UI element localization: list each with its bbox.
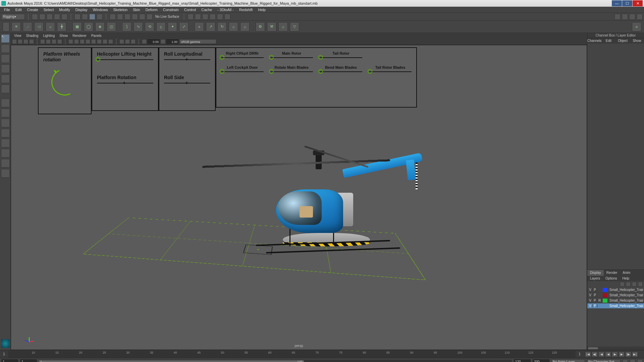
ipr-render-icon[interactable] bbox=[195, 14, 201, 20]
shelf-control-icon[interactable]: ╋ bbox=[57, 22, 66, 32]
slider-left-cockpit-door[interactable] bbox=[221, 71, 264, 72]
vp-gate-icon[interactable] bbox=[40, 39, 45, 44]
menu-windows[interactable]: Windows bbox=[90, 8, 111, 12]
shelf-handle-icon[interactable]: ⤢ bbox=[179, 22, 189, 32]
layer-row[interactable]: VPRSmall_Helicopter_Training_M bbox=[587, 298, 644, 303]
save-scene-icon[interactable] bbox=[47, 14, 53, 20]
tool-settings-icon[interactable] bbox=[629, 14, 635, 20]
snap-plane-icon[interactable] bbox=[132, 14, 138, 20]
step-fwd-button[interactable]: ▶ bbox=[619, 352, 625, 357]
menu-control[interactable]: Control bbox=[181, 8, 199, 12]
move-tool-icon[interactable] bbox=[1, 64, 10, 73]
shelf-orient-constraint-icon[interactable]: ↻ bbox=[217, 22, 227, 32]
vp-exposure-value[interactable]: 0.00 bbox=[148, 39, 160, 44]
vp-lights-icon[interactable] bbox=[86, 39, 90, 44]
anim-layer-dropdown[interactable]: No Anim Layer bbox=[551, 359, 585, 362]
vp-bookmark-icon[interactable] bbox=[18, 39, 22, 44]
vp-menu-lighting[interactable]: Lighting bbox=[41, 34, 57, 38]
vp-xray-joints-icon[interactable] bbox=[131, 39, 136, 44]
layer-tab-display[interactable]: Display bbox=[587, 270, 604, 276]
menu-modify[interactable]: Modify bbox=[56, 8, 72, 12]
layer-row[interactable]: VPSmall_Helicopter_Training_M bbox=[587, 303, 644, 309]
attribute-editor-icon[interactable] bbox=[622, 14, 628, 20]
undo-icon[interactable] bbox=[54, 14, 60, 20]
range-start2-field[interactable]: 1 bbox=[20, 359, 37, 362]
helicopter-model[interactable] bbox=[263, 149, 424, 263]
range-slider[interactable]: 1120 bbox=[39, 360, 512, 362]
layer-new-empty-icon[interactable] bbox=[632, 282, 637, 287]
vp-image-icon[interactable] bbox=[23, 39, 28, 44]
layer-move-down-icon[interactable] bbox=[626, 282, 631, 287]
slider-roll-long[interactable]: + bbox=[164, 59, 210, 60]
layer-new-selected-icon[interactable] bbox=[638, 282, 643, 287]
render-frame-icon[interactable] bbox=[187, 14, 194, 20]
vp-gamma-value[interactable]: 1.00 bbox=[166, 39, 178, 44]
maximize-button[interactable]: ☐ bbox=[622, 0, 632, 6]
slider-rotate-main-blades[interactable] bbox=[270, 71, 313, 72]
menu-create[interactable]: Create bbox=[24, 8, 41, 12]
layer-menu-options[interactable]: Options bbox=[603, 276, 620, 281]
shelf-wrap-icon[interactable]: ◯ bbox=[84, 22, 93, 32]
vp-menu-show[interactable]: Show bbox=[57, 34, 70, 38]
shelf-joint-icon[interactable]: ✳ bbox=[11, 22, 21, 32]
snap-curve-icon[interactable] bbox=[117, 14, 123, 20]
shelf-tab-selector[interactable] bbox=[3, 22, 9, 32]
menu-redshift[interactable]: Redshift bbox=[236, 8, 255, 12]
shelf-mirror-icon[interactable]: ⟲ bbox=[145, 22, 154, 32]
panel-layout-icon[interactable] bbox=[614, 14, 621, 20]
vp-gamma-icon[interactable] bbox=[161, 39, 165, 44]
select-tool-icon[interactable] bbox=[97, 14, 103, 20]
range-total-field[interactable]: 200 bbox=[533, 359, 549, 362]
shelf-expression-icon[interactable]: ⌂ bbox=[278, 22, 288, 32]
step-back-button[interactable]: ◀ bbox=[598, 352, 604, 357]
select-mode-icon[interactable] bbox=[74, 14, 80, 20]
vp-menu-panels[interactable]: Panels bbox=[89, 34, 104, 38]
slider-tail-rotor[interactable] bbox=[320, 57, 362, 58]
shelf-set-driven-icon[interactable]: ⚙ bbox=[256, 22, 265, 32]
vp-resolution-icon[interactable] bbox=[46, 39, 51, 44]
redo-icon[interactable] bbox=[61, 14, 67, 20]
vp-safe-icon[interactable] bbox=[52, 39, 56, 44]
lasso-tool-icon[interactable] bbox=[1, 44, 10, 53]
menu-help[interactable]: Help bbox=[255, 8, 268, 12]
menu-deform[interactable]: Deform bbox=[143, 8, 160, 12]
new-scene-icon[interactable] bbox=[32, 14, 38, 20]
channel-tab-channels[interactable]: Channels bbox=[587, 38, 601, 44]
shelf-ik-icon[interactable]: ⟋ bbox=[23, 22, 32, 32]
workspace-dropdown[interactable]: Rigging ▾ bbox=[1, 14, 25, 20]
layer-menu-help[interactable]: Help bbox=[620, 276, 632, 281]
channel-tab-object[interactable]: Object bbox=[616, 38, 630, 44]
vp-exposure-icon[interactable] bbox=[142, 39, 147, 44]
snap-point-icon[interactable] bbox=[124, 14, 130, 20]
range-start-field[interactable]: 1 bbox=[1, 359, 18, 362]
character-set-dropdown[interactable]: No Character Set bbox=[587, 359, 621, 362]
slider-tail-rotor-blades[interactable] bbox=[369, 71, 412, 72]
rotation-arrow-icon[interactable] bbox=[48, 65, 82, 100]
render-view-icon[interactable] bbox=[210, 14, 216, 20]
range-end-field[interactable]: 120 bbox=[514, 359, 531, 362]
shelf-parent-constraint-icon[interactable]: ⌂ bbox=[229, 22, 238, 32]
channel-box-icon[interactable] bbox=[637, 14, 643, 20]
rotate-tool-icon[interactable] bbox=[1, 74, 10, 83]
snap-grid-icon[interactable] bbox=[110, 14, 116, 20]
shelf-connection-icon[interactable]: ⚒ bbox=[267, 22, 276, 32]
menu-skeleton[interactable]: Skeleton bbox=[110, 8, 130, 12]
menu-display[interactable]: Display bbox=[73, 8, 90, 12]
vp-shadows-icon[interactable] bbox=[91, 39, 96, 44]
vp-film-icon[interactable] bbox=[57, 39, 62, 44]
layer-move-up-icon[interactable] bbox=[620, 282, 625, 287]
layout-custom-icon[interactable] bbox=[1, 169, 10, 178]
slider-roll-side[interactable]: + bbox=[164, 83, 210, 83]
render-settings-icon[interactable] bbox=[202, 14, 208, 20]
layer-tab-render[interactable]: Render bbox=[604, 270, 620, 276]
shelf-skin-icon[interactable]: ⟆ bbox=[122, 22, 131, 32]
slider-bend-main-blades[interactable] bbox=[320, 71, 362, 72]
layer-menu-layers[interactable]: Layers bbox=[587, 276, 603, 281]
lasso-select-icon[interactable] bbox=[82, 14, 88, 20]
menu-edit[interactable]: Edit bbox=[13, 8, 24, 12]
shelf-bind-icon[interactable]: ⟐ bbox=[46, 22, 55, 32]
paint-select-icon[interactable] bbox=[89, 14, 95, 20]
menu-constrain[interactable]: Constrain bbox=[160, 8, 181, 12]
shelf-blend-icon[interactable]: ◫ bbox=[107, 22, 116, 32]
go-end-button[interactable]: ▶| bbox=[632, 352, 638, 357]
